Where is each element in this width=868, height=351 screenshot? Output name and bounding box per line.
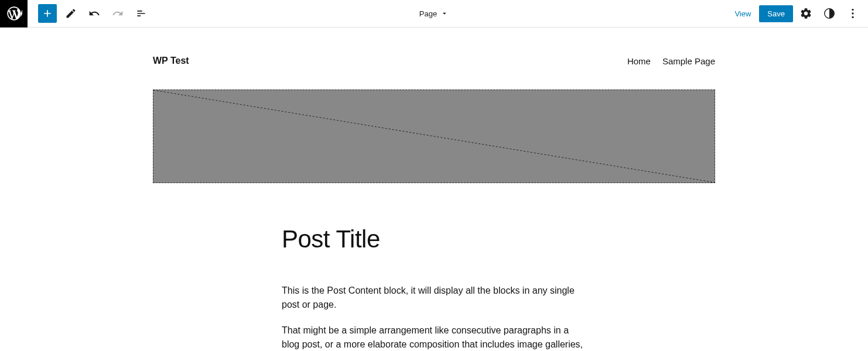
save-button[interactable]: Save <box>759 5 793 22</box>
more-vertical-icon <box>846 7 859 20</box>
svg-point-1 <box>852 9 853 11</box>
editor-toolbar: Page View Save <box>0 0 868 27</box>
styles-button[interactable] <box>819 3 840 24</box>
site-header: WP Test Home Sample Page <box>153 51 715 90</box>
post-paragraph[interactable]: This is the Post Content block, it will … <box>282 284 586 312</box>
wordpress-icon <box>6 5 22 22</box>
svg-point-3 <box>852 16 853 18</box>
undo-button[interactable] <box>85 4 104 23</box>
tools-button[interactable] <box>61 4 80 23</box>
nav-item-sample[interactable]: Sample Page <box>662 56 715 66</box>
post-body[interactable]: This is the Post Content block, it will … <box>282 284 586 351</box>
template-selector[interactable]: Page <box>419 9 449 18</box>
redo-icon <box>112 8 124 19</box>
site-navigation: Home Sample Page <box>627 56 715 66</box>
view-link[interactable]: View <box>729 6 757 22</box>
gear-icon <box>799 7 812 20</box>
edit-icon <box>65 8 77 19</box>
placeholder-line-icon <box>153 90 715 183</box>
toolbar-right: View Save <box>729 3 863 24</box>
styles-icon <box>823 7 836 20</box>
nav-item-home[interactable]: Home <box>627 56 651 66</box>
document-overview-button[interactable] <box>132 4 151 23</box>
post-paragraph[interactable]: That might be a simple arrangement like … <box>282 324 586 351</box>
settings-button[interactable] <box>795 3 816 24</box>
chevron-down-icon <box>440 9 449 18</box>
svg-point-2 <box>852 12 853 14</box>
toolbar-left <box>0 0 151 27</box>
page-container: WP Test Home Sample Page Post Title This… <box>153 51 715 351</box>
more-options-button[interactable] <box>842 3 863 24</box>
wordpress-logo-button[interactable] <box>0 0 28 27</box>
svg-line-4 <box>153 90 715 183</box>
undo-icon <box>88 8 100 19</box>
post-title[interactable]: Post Title <box>282 225 586 253</box>
add-block-button[interactable] <box>38 4 57 23</box>
template-label: Page <box>419 9 437 18</box>
featured-image-placeholder[interactable] <box>153 90 715 183</box>
plus-icon <box>42 8 53 19</box>
list-view-icon <box>135 8 147 19</box>
editor-canvas[interactable]: WP Test Home Sample Page Post Title This… <box>0 27 868 351</box>
redo-button[interactable] <box>108 4 127 23</box>
post-content: Post Title This is the Post Content bloc… <box>282 225 586 351</box>
site-title[interactable]: WP Test <box>153 56 189 66</box>
